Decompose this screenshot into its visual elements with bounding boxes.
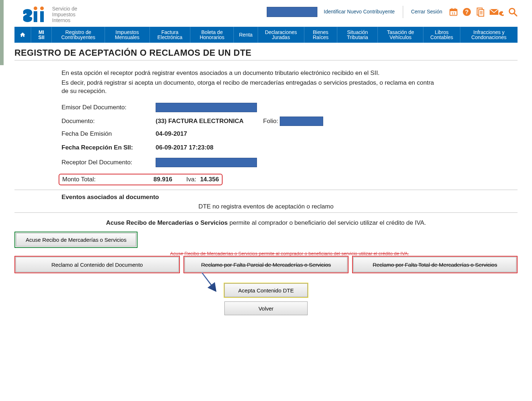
- header-divider: [403, 6, 403, 18]
- value-folio-redacted: [280, 117, 323, 126]
- events-title: Eventos asociados al documento: [62, 194, 518, 201]
- search-icon[interactable]: [508, 7, 518, 17]
- divider: [14, 60, 518, 60]
- volver-button[interactable]: Volver: [224, 301, 308, 315]
- nav-impuestos-mensuales[interactable]: Impuestos Mensuales: [105, 27, 149, 43]
- identify-new-taxpayer-link[interactable]: Identificar Nuevo Contribuyente: [324, 9, 395, 14]
- intro-p1: En esta opción el receptor podrá registr…: [62, 69, 438, 77]
- page-side-strip: [0, 0, 4, 65]
- intro-text: En esta opción el receptor podrá registr…: [62, 69, 438, 96]
- sii-logo-icon: [23, 6, 48, 23]
- svg-rect-3: [34, 11, 37, 22]
- intro-p2: Es decir, podrá registrar si acepta un d…: [62, 79, 438, 96]
- nav-bienes-raices[interactable]: Bienes Raíces: [304, 27, 338, 43]
- contact-icon[interactable]: [489, 8, 504, 16]
- value-emisor-redacted: [156, 103, 257, 112]
- nav-libros-contables[interactable]: Libros Contables: [423, 27, 460, 43]
- acepta-contenido-button[interactable]: Acepta Contenido DTE: [224, 283, 308, 297]
- label-iva: Iva:: [186, 176, 196, 183]
- logo-line2: Impuestos: [52, 12, 77, 17]
- svg-rect-8: [455, 8, 455, 10]
- logo-block: Servicio de Impuestos Internos: [23, 6, 77, 23]
- acuse-recibo-highlight: Acuse Recibo de Mercaderías o Servicios: [14, 232, 138, 248]
- logo-text: Servicio de Impuestos Internos: [52, 6, 77, 23]
- document-details: Emisor Del Documento: Documento: (33) FA…: [62, 103, 518, 185]
- monto-total-highlight-box: Monto Total: 89.916 Iva: 14.356: [59, 174, 223, 185]
- label-emisor: Emisor Del Documento:: [62, 104, 156, 111]
- nav-factura-electronica[interactable]: Factura Electrónica: [150, 27, 191, 43]
- svg-line-19: [514, 13, 517, 16]
- label-documento: Documento:: [62, 118, 156, 125]
- nav-infracciones-condonaciones[interactable]: Infracciones y Condonaciones: [460, 27, 518, 43]
- events-block: Eventos asociados al documento DTE no re…: [62, 194, 518, 210]
- divider: [14, 212, 518, 213]
- divider: [14, 190, 518, 190]
- ghost-overlay-text: Acuse Recibo de Mercaderías o Servicios …: [170, 251, 518, 256]
- acuse-info-line: Acuse Recibo de Mercaderías o Servicios …: [14, 219, 518, 227]
- arrow-annotation-icon: [197, 273, 223, 295]
- value-documento: (33) FACTURA ELECTRONICA: [156, 118, 244, 125]
- page-title: REGISTRO DE ACEPTACIÓN O RECLAMOS DE UN …: [14, 48, 518, 58]
- value-receptor-redacted: [156, 158, 257, 167]
- action-buttons-area: Acuse Recibo de Mercaderías o Servicios …: [14, 232, 518, 315]
- nav-declaraciones-juradas[interactable]: Declaraciones Juradas: [258, 27, 304, 43]
- document-icon[interactable]: [476, 7, 485, 17]
- reclamo-contenido-button[interactable]: Reclamo al Contenido del Documento: [16, 257, 179, 272]
- calendar-icon[interactable]: 11: [449, 7, 458, 17]
- main-nav: MI SII Registro de Contribuyentes Impues…: [14, 27, 518, 43]
- help-icon[interactable]: ?: [463, 8, 471, 16]
- logo-line1: Servicio de: [52, 6, 77, 12]
- reclamo-contenido-highlight: Reclamo al Contenido del Documento: [14, 256, 180, 273]
- logo-line3: Internos: [52, 17, 77, 23]
- svg-rect-7: [452, 8, 452, 10]
- header: Servicio de Impuestos Internos Identific…: [14, 4, 518, 27]
- svg-rect-4: [40, 11, 44, 22]
- label-fecha-emision: Fecha De Emisión: [62, 130, 156, 138]
- value-fecha-emision: 04-09-2017: [156, 130, 187, 138]
- events-empty-message: DTE no registra eventos de aceptación o …: [62, 203, 470, 210]
- value-monto-total: 89.916 Iva: 14.356: [153, 176, 219, 183]
- svg-text:11: 11: [452, 11, 456, 15]
- svg-point-0: [34, 7, 37, 10]
- nav-renta[interactable]: Renta: [234, 27, 258, 43]
- value-fecha-recepcion: 06-09-2017 17:23:08: [156, 144, 214, 151]
- nav-registro-contribuyentes[interactable]: Registro de Contribuyentes: [52, 27, 105, 43]
- reclamo-parcial-button[interactable]: Reclamo por Falta Parcial de Mercaderías…: [185, 257, 348, 272]
- acuse-recibo-button[interactable]: Acuse Recibo de Mercaderías o Servicios: [16, 233, 136, 246]
- nav-home[interactable]: [14, 27, 31, 43]
- label-receptor: Receptor Del Documento:: [62, 159, 156, 166]
- reclamo-total-button[interactable]: Reclamo por Falta Total de Mercaderías o…: [353, 257, 516, 272]
- nav-misii[interactable]: MI SII: [31, 27, 52, 43]
- user-redacted-field: [267, 7, 317, 17]
- reclamo-parcial-highlight: Reclamo por Falta Parcial de Mercaderías…: [183, 256, 349, 273]
- close-session-link[interactable]: Cerrar Sesión: [411, 9, 442, 14]
- label-folio: Folio:: [263, 118, 278, 125]
- svg-point-1: [40, 7, 44, 10]
- svg-text:?: ?: [465, 9, 469, 15]
- nav-tasacion-vehiculos[interactable]: Tasación de Vehículos: [378, 27, 423, 43]
- value-iva: 14.356: [200, 176, 219, 183]
- label-monto-total: Monto Total:: [62, 176, 153, 183]
- reclamo-total-highlight: Reclamo por Falta Total de Mercaderías o…: [352, 256, 518, 273]
- acepta-contenido-highlight: Acepta Contenido DTE: [224, 283, 308, 298]
- nav-situacion-tributaria[interactable]: Situación Tributaria: [337, 27, 378, 43]
- label-fecha-recepcion: Fecha Recepción En SII:: [62, 144, 156, 151]
- nav-boleta-honorarios[interactable]: Boleta de Honorarios: [190, 27, 234, 43]
